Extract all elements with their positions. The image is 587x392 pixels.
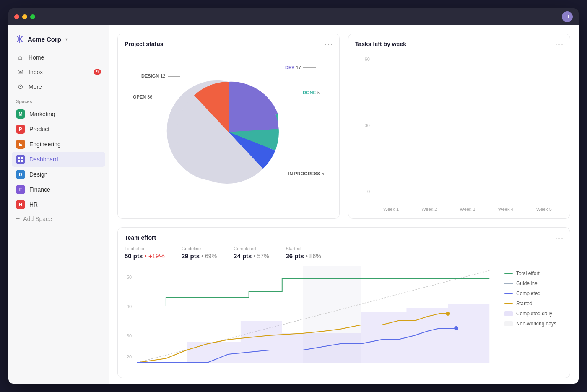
stat-guideline-value: 29 pts • 69% <box>182 252 217 260</box>
sidebar-item-dashboard[interactable]: Dashboard <box>12 152 105 167</box>
team-effort-title: Team effort <box>125 234 563 241</box>
stat-total-label: Total effort <box>125 246 165 251</box>
stat-guideline-label: Guideline <box>182 246 217 251</box>
svg-rect-5 <box>21 157 23 159</box>
stat-started-pct: • 86% <box>306 253 321 260</box>
legend-completed-daily-box <box>504 311 513 316</box>
product-label: Product <box>29 126 49 132</box>
more-icon: ⊙ <box>16 83 24 91</box>
sidebar-item-engineering[interactable]: E Engineering <box>12 137 105 152</box>
week4-label: Week 4 <box>487 207 525 212</box>
brand-name: Acme Corp <box>28 36 61 43</box>
finance-space-icon: F <box>16 185 25 194</box>
stat-total-change: • +19% <box>145 252 165 260</box>
team-effort-menu[interactable]: ··· <box>555 234 564 242</box>
add-space-label: Add Space <box>23 215 52 222</box>
marketing-label: Marketing <box>29 111 55 117</box>
hr-space-icon: H <box>16 200 25 209</box>
legend-total-label: Total effort <box>516 270 540 276</box>
bar-groups <box>372 57 559 194</box>
inbox-icon: ✉ <box>16 68 24 76</box>
sidebar-item-finance[interactable]: F Finance <box>12 182 105 197</box>
legend-non-working-box <box>504 321 513 326</box>
effort-stats: Total effort 50 pts • +19% Guideline 29 … <box>125 246 563 260</box>
y-label-30: 30 <box>355 123 370 128</box>
app-window: U Acme Corp ▾ ⌂ Home ✉ Inbox 9 <box>8 8 579 384</box>
home-icon: ⌂ <box>16 54 24 61</box>
stat-started-value: 36 pts • 86% <box>286 252 321 260</box>
engineering-space-icon: E <box>16 140 25 149</box>
week1-label: Week 1 <box>372 207 410 212</box>
nav-more[interactable]: ⊙ More <box>12 79 105 94</box>
stat-completed-pct: • 57% <box>254 253 269 260</box>
sidebar-item-hr[interactable]: H HR <box>12 197 105 212</box>
stat-completed: Completed 24 pts • 57% <box>234 246 269 260</box>
stat-completed-value: 24 pts • 57% <box>234 252 269 260</box>
bar-axis-x: Week 1 Week 2 Week 3 Week 4 Week 5 <box>355 207 563 212</box>
nav-home-label: Home <box>29 54 44 61</box>
sidebar-item-marketing[interactable]: M Marketing <box>12 106 105 122</box>
project-status-title: Project status <box>125 41 332 47</box>
maximize-button[interactable] <box>30 14 35 19</box>
svg-rect-4 <box>18 157 20 159</box>
brand-chevron-icon: ▾ <box>65 37 68 42</box>
legend-started-label: Started <box>516 301 532 306</box>
brand[interactable]: Acme Corp ▾ <box>12 32 105 50</box>
bar-chart: 60 30 0 <box>355 52 563 212</box>
pie-label-dev: DEV 17 <box>285 65 316 70</box>
product-space-icon: P <box>16 125 25 134</box>
app-body: Acme Corp ▾ ⌂ Home ✉ Inbox 9 ⊙ More Spac… <box>8 25 579 384</box>
legend-started-line <box>504 303 513 304</box>
bar-y-labels: 60 30 0 <box>355 57 370 194</box>
stat-total: Total effort 50 pts • +19% <box>125 246 165 260</box>
stat-started-label: Started <box>286 246 321 251</box>
y-label-0: 0 <box>355 189 370 194</box>
svg-text:40: 40 <box>127 304 132 309</box>
brand-icon <box>15 34 24 44</box>
sidebar-item-product[interactable]: P Product <box>12 122 105 137</box>
stat-completed-label: Completed <box>234 246 269 251</box>
week2-label: Week 2 <box>410 207 448 212</box>
close-button[interactable] <box>14 14 19 19</box>
user-avatar[interactable]: U <box>562 11 573 22</box>
svg-text:30: 30 <box>127 333 132 338</box>
legend-completed-label: Completed <box>516 291 540 296</box>
pie-label-done: DONE 5 <box>303 90 320 95</box>
pie-label-open: OPEN 36 <box>133 94 153 99</box>
stat-started: Started 36 pts • 86% <box>286 246 321 260</box>
traffic-lights <box>14 14 35 19</box>
project-status-card: Project status ··· <box>117 34 340 219</box>
tasks-menu[interactable]: ··· <box>555 40 564 49</box>
legend-guideline: Guideline <box>504 280 563 286</box>
tasks-title: Tasks left by week <box>355 41 563 47</box>
marketing-space-icon: M <box>16 109 25 119</box>
line-chart-svg-container: 50 40 30 20 <box>125 266 498 367</box>
top-row: Project status ··· <box>117 34 570 219</box>
svg-rect-7 <box>21 160 23 162</box>
stat-guideline-pct: • 69% <box>201 253 217 260</box>
svg-rect-6 <box>18 160 20 162</box>
pie-chart-container: DEV 17 DONE 5 IN PROGRESS 5 OPEN 36 <box>125 52 332 212</box>
sidebar-item-design[interactable]: D Design <box>12 167 105 182</box>
line-chart-wrap: 50 40 30 20 <box>125 266 563 367</box>
minimize-button[interactable] <box>22 14 27 19</box>
y-label-60: 60 <box>355 57 370 62</box>
legend-non-working: Non-working days <box>504 321 563 327</box>
design-space-icon: D <box>16 170 25 179</box>
legend-completed-daily-label: Completed daily <box>516 311 552 317</box>
nav-inbox[interactable]: ✉ Inbox 9 <box>12 65 105 79</box>
svg-text:20: 20 <box>127 354 132 359</box>
pie-chart-proper <box>166 69 291 195</box>
project-status-menu[interactable]: ··· <box>325 40 333 49</box>
legend-total-effort: Total effort <box>504 270 563 276</box>
titlebar: U <box>8 8 579 25</box>
main-content: Project status ··· <box>109 25 579 384</box>
add-space-button[interactable]: + Add Space <box>12 212 105 226</box>
nav-home[interactable]: ⌂ Home <box>12 50 105 65</box>
dashboard-label: Dashboard <box>29 156 58 163</box>
legend-guideline-dash <box>504 283 513 284</box>
legend-completed-daily: Completed daily <box>504 311 563 317</box>
week5-label: Week 5 <box>525 207 563 212</box>
pie-label-design: DESIGN 12 <box>141 73 180 78</box>
svg-text:50: 50 <box>127 275 132 280</box>
